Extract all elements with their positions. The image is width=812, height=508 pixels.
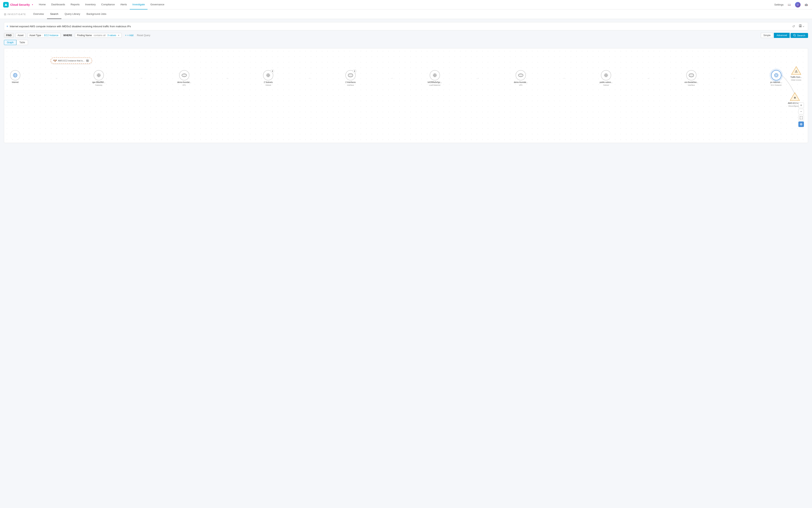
nav-dashboards[interactable]: Dashboards [48,0,68,9]
table-tab[interactable]: Table [16,40,28,45]
filter-bar: FIND Asset Asset Type : EC2 Instance WHE… [4,33,808,38]
advanced-view-button[interactable]: Advanced [774,33,790,38]
interfaces-count-badge: 2 [353,69,356,73]
node-circle-interfaces: 2 [345,70,356,80]
product-name-dropdown-icon[interactable]: ▾ [32,4,33,6]
zoom-out-button[interactable]: − [798,109,804,114]
node-circle-lb [430,70,440,80]
svg-rect-2 [800,25,801,26]
arrow-1: → [20,77,92,80]
arrow-2: → [105,77,177,80]
arrow-4: → [273,77,345,80]
logo-area[interactable]: Cloud Security ▾ [3,2,33,7]
zoom-in-button[interactable]: + [798,102,804,108]
query-text: Internet exposed AWS compute instance wi… [10,25,791,28]
add-filter-button[interactable]: + + Add [123,33,135,38]
arrow-9: → [698,77,770,80]
settings-link[interactable]: Settings [774,3,783,6]
graph-tab[interactable]: Graph [4,40,16,45]
finding-name-chip[interactable]: Finding Name contains all 3 values × [75,33,122,38]
node-circle-subnets: 2 [263,70,273,80]
tooltip-icon: 🐶 [53,59,57,62]
asset-chip-label: Asset [17,34,24,37]
svg-point-27 [775,75,777,76]
node-subnets[interactable]: 2 2 Subnets Subnet [263,70,273,86]
subnets-count-badge: 2 [271,69,274,73]
avatar[interactable]: U [795,2,801,7]
tab-overview[interactable]: Overview [30,9,47,19]
asset-type-key: Asset Type [30,34,41,37]
filter-right: Simple Advanced Search [761,33,808,38]
nav-home[interactable]: Home [36,0,49,9]
finding-name-value[interactable]: 3 values [107,34,116,37]
node-label-vpc2: demo-foundat... [514,81,528,83]
main-content: ≡ Internet exposed AWS compute instance … [0,19,812,146]
graph-nodes-container: Internet → igw-08bd9fbf... Gateway → [10,70,782,86]
node-interfaces[interactable]: 2 2 Interfaces Interface [345,70,356,86]
triangle-traffic: ⚠ [791,66,801,75]
reset-view-button[interactable] [798,122,804,127]
nav-compliance[interactable]: Compliance [98,0,118,9]
assistant-icon[interactable]: 🤖 [804,2,809,7]
asset-type-chip[interactable]: Asset Type : EC2 Instance [27,33,61,38]
node-circle-internet [10,70,20,80]
node-lb[interactable]: b4299fa3e3gc... Load Balancer [428,70,442,86]
arrow-6: → [442,77,514,80]
node-label-subnet2: public-subne... [600,81,613,83]
node-vpc1[interactable]: demo-foundat... VPC [177,70,191,86]
node-circle-interface2 [686,70,696,80]
tab-background-jobs[interactable]: Background Jobs [83,9,109,19]
nav-inventory[interactable]: Inventory [82,0,98,9]
nav-investigate[interactable]: Investigate [130,0,148,9]
tab-query-library[interactable]: Query Library [61,9,83,19]
node-sublabel-vpc2: VPC [519,84,523,86]
nav-reports[interactable]: Reports [68,0,83,9]
tooltip-count: 11 [86,59,89,62]
node-gateway[interactable]: igw-08bd9fbf... Gateway [92,70,105,86]
node-sublabel-subnets: Subnet [265,84,271,86]
node-circle-vpc2 [515,70,526,80]
add-filter-icon: + [125,34,127,37]
save-button[interactable] [798,24,806,29]
fit-button[interactable] [798,115,804,121]
node-label-interface2: eni-0eede0ee... [684,81,698,83]
svg-text:⚙: ⚙ [794,96,796,99]
reset-query-button[interactable]: Reset Query [137,34,150,37]
docs-icon[interactable]: 📖 [787,2,792,7]
node-label-ec2: pc-national-... [770,81,782,83]
asset-chip[interactable]: Asset [15,33,26,38]
node-sublabel-vpc1: VPC [182,84,186,86]
nav-alerts[interactable]: Alerts [118,0,130,9]
search-button[interactable]: Search [791,33,808,38]
query-actions: ↺ [791,24,806,29]
node-vpc2[interactable]: demo-foundat... VPC [514,70,528,86]
nav-governance[interactable]: Governance [147,0,167,9]
finding-name-close-button[interactable]: × [118,34,119,37]
asset-type-value[interactable]: EC2 Instance [44,34,58,37]
product-name[interactable]: Cloud Security [10,3,30,6]
node-sublabel-interface2: Interface [688,84,695,86]
where-label: WHERE [62,33,74,38]
node-sublabel-lb: Load Balancer [429,84,441,86]
undo-button[interactable]: ↺ [791,24,796,29]
top-nav: Cloud Security ▾ Home Dashboards Reports… [0,0,812,9]
node-ec2[interactable]: pc-national-... EC2 Instance [770,70,782,86]
search-button-label: Search [797,34,805,37]
node-circle-ec2 [771,70,781,80]
asset-type-sep: : [42,34,43,37]
svg-rect-3 [800,26,801,27]
simple-view-button[interactable]: Simple [761,33,773,38]
graph-area: 🐶 AWS EC2 instance that is... 11 Interne… [4,48,808,143]
node-label-interfaces: 2 Interfaces [345,81,356,83]
tab-search[interactable]: Search [47,9,61,19]
nav-items: Home Dashboards Reports Inventory Compli… [36,0,167,9]
node-traffic[interactable]: ⚠ Traffic from... Initial Access [791,66,802,81]
node-circle-vpc1 [179,70,189,80]
sub-nav-title: INVESTIGATE [7,13,26,15]
node-internet[interactable]: Internet [10,70,20,86]
svg-text:⚠: ⚠ [795,70,798,73]
node-interface2[interactable]: eni-0eede0ee... Interface [684,70,698,86]
svg-rect-26 [775,74,778,77]
node-label-traffic: Traffic from... [791,76,802,78]
node-subnet2[interactable]: public-subne... Subnet [600,70,613,86]
